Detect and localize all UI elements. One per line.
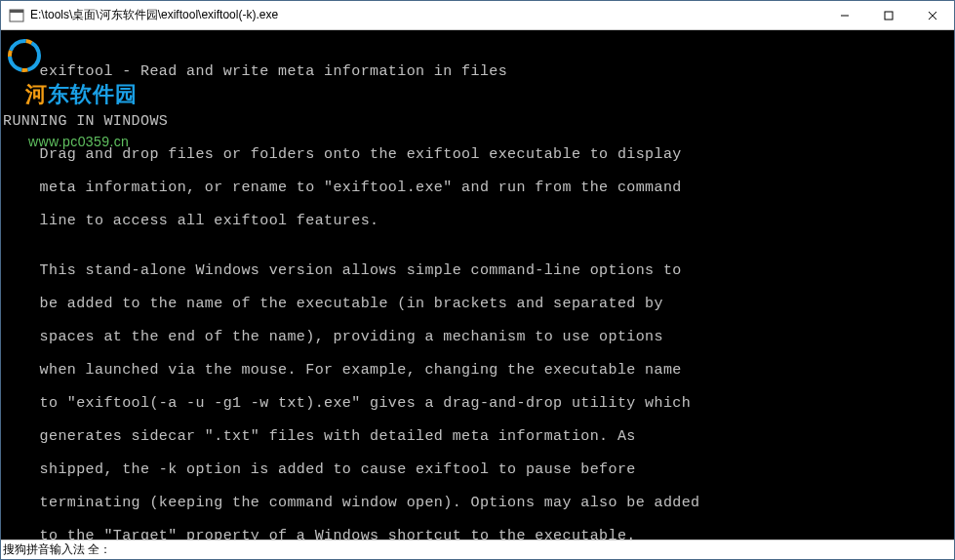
console-line: line to access all exiftool features. [3, 213, 952, 229]
ime-text: 搜狗拼音输入法 全： [3, 541, 111, 558]
window-controls [822, 1, 954, 29]
svg-rect-3 [885, 12, 893, 20]
console-line: spaces at the end of the name), providin… [3, 329, 952, 345]
watermark-text: 河东软件园 [5, 86, 138, 102]
console-line: RUNNING IN WINDOWS [3, 113, 952, 130]
console-line: meta information, or rename to "exiftool… [3, 180, 952, 196]
console-line: to the "Target" property of a Windows sh… [3, 528, 952, 540]
ime-status-bar: 搜狗拼音输入法 全： [1, 540, 954, 559]
console-line: shipped, the -k option is added to cause… [3, 461, 952, 478]
console-line: generates sidecar ".txt" files with deta… [3, 428, 952, 445]
console-line: be added to the name of the executable (… [3, 296, 952, 312]
terminal-output[interactable]: 河东软件园 www.pc0359.cn exiftool - Read and … [1, 30, 954, 540]
svg-rect-1 [10, 10, 23, 13]
console-line: This stand-alone Windows version allows … [3, 262, 952, 279]
maximize-button[interactable] [866, 1, 910, 29]
console-line: to "exiftool(-a -u -g1 -w txt).exe" give… [3, 395, 952, 412]
console-line: Drag and drop files or folders onto the … [3, 146, 952, 163]
app-icon [9, 8, 24, 23]
window-title: E:\tools\桌面\河东软件园\exiftool\exiftool(-k).… [30, 7, 822, 23]
console-line: terminating (keeping the command window … [3, 495, 952, 511]
console-line: exiftool - Read and write meta informati… [3, 63, 952, 80]
console-line: when launched via the mouse. For example… [3, 362, 952, 379]
minimize-button[interactable] [822, 1, 866, 29]
console-window: E:\tools\桌面\河东软件园\exiftool\exiftool(-k).… [0, 0, 955, 560]
close-button[interactable] [910, 1, 954, 29]
titlebar[interactable]: E:\tools\桌面\河东软件园\exiftool\exiftool(-k).… [1, 1, 954, 30]
